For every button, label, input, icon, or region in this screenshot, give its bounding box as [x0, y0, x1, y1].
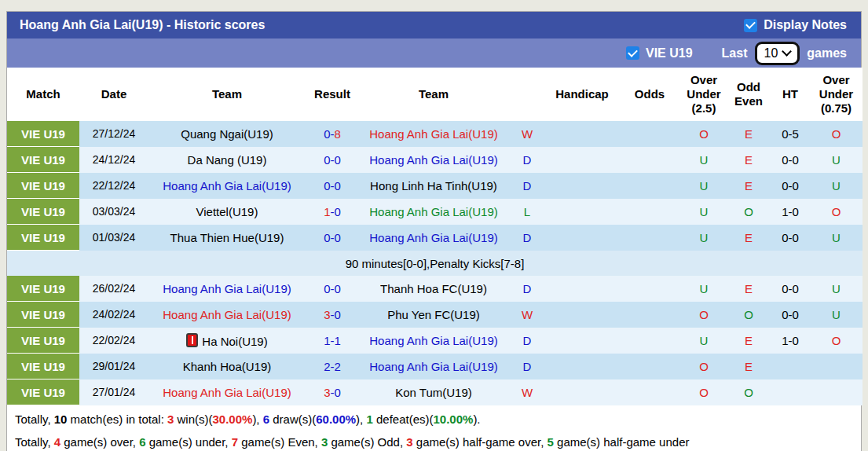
odds-cell [618, 354, 681, 380]
away-team-cell: Thanh Hoa FC(U19) [359, 276, 508, 302]
over-under-075-cell: U [810, 173, 863, 199]
ht-cell: 0-0 [771, 147, 810, 173]
over-under-075-cell [810, 354, 863, 380]
match-row: VIE U1926/02/24Hoang Anh Gia Lai(U19)0-0… [7, 276, 863, 302]
over-under-075-cell: U [810, 276, 863, 302]
outcome-cell: D [508, 354, 546, 380]
display-notes-label: Display Notes [764, 18, 847, 32]
summary-segment: 4 [54, 435, 60, 449]
away-team-link[interactable]: Thanh Hoa FC(U19) [380, 282, 487, 295]
away-team-cell: Kon Tum(U19) [359, 380, 508, 405]
over-under-075-cell: O [810, 328, 863, 354]
home-team-cell: Da Nang (U19) [148, 147, 306, 173]
match-row: VIE U1929/01/24Khanh Hoa(U19)2-2Hoang An… [7, 354, 863, 380]
league-badge: VIE U19 [7, 225, 79, 251]
date-cell: 22/12/24 [79, 173, 148, 199]
result-cell: 3-0 [306, 302, 359, 328]
home-team-link[interactable]: Viettel(U19) [196, 205, 258, 218]
home-team-cell: Viettel(U19) [148, 199, 306, 225]
ht-cell: 1-0 [771, 328, 810, 354]
title-bar: Hoang Anh Gia Lai(U19) - Historic scores… [7, 12, 861, 38]
col-over-under-075-header: Over Under (0.75) [810, 68, 863, 121]
away-team-cell: Hoang Anh Gia Lai(U19) [359, 147, 508, 173]
odds-cell [618, 302, 681, 328]
away-team-link[interactable]: Hoang Anh Gia Lai(U19) [369, 153, 497, 167]
games-count-select[interactable]: 10 [755, 42, 800, 65]
result-cell: 3-0 [306, 380, 359, 405]
odds-cell [618, 121, 681, 147]
summary-segment: ). [473, 412, 480, 426]
page-title: Hoang Anh Gia Lai(U19) - Historic scores [20, 18, 265, 32]
summary-segment: draw(s)( [269, 412, 316, 426]
home-team-cell: Ha Noi(U19) [148, 328, 306, 354]
ht-cell: 0-0 [771, 276, 810, 302]
league-checkbox[interactable] [626, 46, 639, 60]
col-over-under-25-header: Over Under (2.5) [681, 68, 727, 121]
away-team-cell: Hoang Anh Gia Lai(U19) [359, 328, 508, 354]
handicap-cell [546, 121, 618, 147]
check-icon [628, 47, 638, 57]
result-cell: 0-8 [306, 121, 359, 147]
result-cell: 0-0 [306, 276, 359, 302]
ht-cell: 0-0 [771, 225, 810, 251]
result-cell: 0-0 [306, 173, 359, 199]
home-score: 0 [324, 153, 330, 167]
col-result-header: Result [306, 68, 359, 121]
summary-segment: defeat(es)( [373, 412, 434, 426]
summary-segment: 60.00% [316, 412, 356, 426]
away-team-link[interactable]: Hoang Anh Gia Lai(U19) [369, 334, 497, 347]
display-notes-toggle[interactable]: Display Notes [744, 18, 847, 32]
summary-line-2: Totally, 4 game(s) over, 6 game(s) under… [7, 431, 861, 451]
away-team-link[interactable]: Phu Yen FC(U19) [387, 308, 480, 321]
away-team-cell: Hoang Anh Gia Lai(U19) [359, 121, 508, 147]
handicap-cell [546, 225, 618, 251]
home-score: 3 [324, 308, 330, 321]
handicap-cell [546, 199, 618, 225]
away-team-cell: Hoang Anh Gia Lai(U19) [359, 199, 508, 225]
col-outcome-header [508, 68, 546, 121]
ht-cell [771, 354, 810, 380]
outcome-cell: L [508, 199, 546, 225]
col-away-team-header: Team [359, 68, 508, 121]
home-team-cell: Hoang Anh Gia Lai(U19) [148, 276, 306, 302]
historic-scores-panel: Hoang Anh Gia Lai(U19) - Historic scores… [6, 11, 862, 451]
handicap-cell [546, 354, 618, 380]
handicap-cell [546, 380, 618, 405]
result-cell: 1-1 [306, 328, 359, 354]
red-card-icon [186, 333, 198, 347]
home-team-link[interactable]: Hoang Anh Gia Lai(U19) [163, 386, 291, 399]
away-team-link[interactable]: Hong Linh Ha Tinh(U19) [370, 179, 497, 192]
summary-segment: 7 [232, 435, 238, 449]
away-team-link[interactable]: Hoang Anh Gia Lai(U19) [369, 360, 497, 373]
away-team-link[interactable]: Hoang Anh Gia Lai(U19) [369, 205, 497, 218]
odd-even-cell: E [727, 354, 771, 380]
ht-cell: 0-0 [771, 302, 810, 328]
away-team-link[interactable]: Hoang Anh Gia Lai(U19) [369, 127, 497, 141]
odd-even-cell: E [727, 225, 771, 251]
league-toggle[interactable]: VIE U19 [626, 46, 693, 60]
home-team-link[interactable]: Khanh Hoa(U19) [183, 360, 272, 373]
away-team-link[interactable]: Kon Tum(U19) [395, 386, 472, 399]
home-team-link[interactable]: Hoang Anh Gia Lai(U19) [163, 282, 291, 295]
odds-cell [618, 276, 681, 302]
away-score: 0 [335, 205, 341, 218]
home-team-cell: Hoang Anh Gia Lai(U19) [148, 302, 306, 328]
home-team-link[interactable]: Quang Ngai(U19) [181, 127, 273, 141]
date-cell: 24/12/24 [79, 147, 148, 173]
home-team-link[interactable]: Hoang Anh Gia Lai(U19) [163, 308, 291, 321]
home-team-link[interactable]: Thua Thien Hue(U19) [170, 231, 284, 244]
over-under-075-cell: U [810, 225, 863, 251]
outcome-cell: D [508, 225, 546, 251]
league-badge: VIE U19 [7, 199, 79, 225]
summary-segment: 1 [366, 412, 372, 426]
home-team-link[interactable]: Ha Noi(U19) [202, 335, 267, 348]
display-notes-checkbox[interactable] [744, 19, 757, 32]
away-team-link[interactable]: Hoang Anh Gia Lai(U19) [369, 231, 497, 244]
summary-segment: 10 [54, 412, 68, 426]
league-badge: VIE U19 [7, 328, 79, 354]
home-team-link[interactable]: Hoang Anh Gia Lai(U19) [163, 179, 291, 192]
home-team-link[interactable]: Da Nang (U19) [188, 153, 267, 167]
last-label: Last [722, 46, 748, 60]
handicap-cell [546, 276, 618, 302]
away-score: 0 [335, 308, 341, 321]
